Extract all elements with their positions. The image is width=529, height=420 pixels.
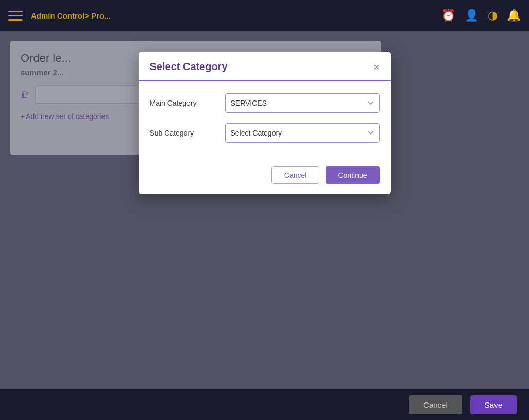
breadcrumb: Admin Control> Pro... bbox=[31, 11, 111, 20]
sub-category-label: Sub Category bbox=[150, 129, 217, 137]
footer-cancel-button[interactable]: Cancel bbox=[409, 395, 462, 414]
clock-icon[interactable]: ⏰ bbox=[441, 9, 455, 22]
modal-footer: Cancel Continue bbox=[139, 161, 391, 194]
modal-header: Select Category × bbox=[139, 52, 391, 81]
footer: Cancel Save bbox=[0, 389, 529, 420]
modal-continue-button[interactable]: Continue bbox=[326, 166, 379, 184]
modal-body: Main Category SERVICES PRODUCTS GOODS Su… bbox=[139, 81, 391, 161]
header: Admin Control> Pro... ⏰ 👤 ◑ 🔔 bbox=[0, 0, 529, 31]
main-category-label: Main Category bbox=[150, 99, 217, 107]
main-content: Order le... summer 2... 🗑 Add new set of… bbox=[0, 31, 529, 389]
bell-icon[interactable]: 🔔 bbox=[507, 9, 521, 22]
sub-category-row: Sub Category Select Category bbox=[150, 123, 380, 143]
modal-title: Select Category bbox=[150, 61, 228, 73]
main-category-select[interactable]: SERVICES PRODUCTS GOODS bbox=[225, 93, 380, 113]
sub-category-select[interactable]: Select Category bbox=[225, 123, 380, 143]
modal-overlay: Select Category × Main Category SERVICES… bbox=[0, 31, 529, 389]
footer-save-button[interactable]: Save bbox=[470, 395, 517, 414]
hamburger-menu[interactable] bbox=[8, 11, 23, 21]
header-icons: ⏰ 👤 ◑ 🔔 bbox=[441, 9, 521, 22]
main-category-row: Main Category SERVICES PRODUCTS GOODS bbox=[150, 93, 380, 113]
user-icon[interactable]: 👤 bbox=[465, 9, 479, 22]
chart-icon[interactable]: ◑ bbox=[488, 9, 498, 22]
modal-close-button[interactable]: × bbox=[373, 62, 380, 72]
modal-cancel-button[interactable]: Cancel bbox=[271, 166, 320, 184]
select-category-modal: Select Category × Main Category SERVICES… bbox=[139, 52, 391, 194]
